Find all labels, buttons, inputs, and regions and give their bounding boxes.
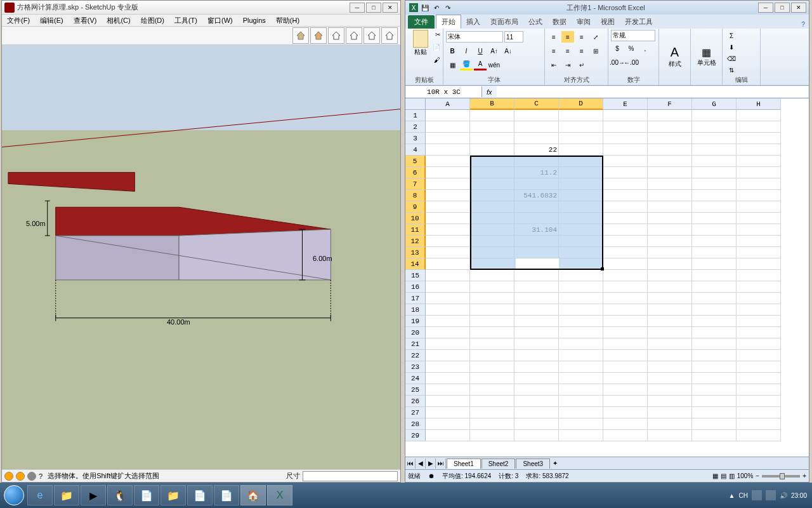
cell-G24[interactable] — [692, 373, 737, 384]
cell-D7[interactable] — [559, 178, 603, 190]
cell-E23[interactable] — [603, 361, 648, 373]
name-box[interactable]: 10R x 3C — [406, 86, 482, 97]
tab-layout[interactable]: 页面布局 — [485, 15, 523, 29]
cell-E3[interactable] — [603, 133, 648, 144]
col-header-D[interactable]: D — [559, 98, 603, 110]
cell-G1[interactable] — [692, 110, 737, 121]
cell-D9[interactable] — [559, 201, 603, 213]
view-layout-icon[interactable]: ▤ — [721, 472, 726, 479]
cell-B19[interactable] — [470, 316, 514, 327]
row-header-26[interactable]: 26 — [405, 396, 426, 407]
indent-inc[interactable]: ⇥ — [561, 59, 574, 70]
increase-dec[interactable]: .00→ — [611, 57, 624, 68]
sheet-tab-1[interactable]: Sheet1 — [447, 458, 481, 469]
cell-C19[interactable] — [514, 316, 559, 327]
cell-D18[interactable] — [559, 304, 603, 316]
cell-E10[interactable] — [603, 213, 648, 224]
cell-A14[interactable] — [426, 258, 470, 270]
cell-A25[interactable] — [426, 384, 470, 396]
cell-G7[interactable] — [692, 178, 737, 190]
cell-E5[interactable] — [603, 156, 648, 167]
undo-icon[interactable]: ↶ — [432, 3, 441, 12]
house-tool-4[interactable] — [346, 27, 362, 44]
cell-E8[interactable] — [603, 190, 648, 201]
merge[interactable]: ⊞ — [589, 45, 602, 57]
cell-D1[interactable] — [559, 110, 603, 121]
cell-A19[interactable] — [426, 316, 470, 327]
decrease-font-button[interactable]: A↓ — [502, 45, 514, 57]
cell-D20[interactable] — [559, 327, 603, 338]
cell-E26[interactable] — [603, 396, 648, 407]
cell-H11[interactable] — [737, 224, 781, 236]
cell-G20[interactable] — [692, 327, 737, 338]
cell-D22[interactable] — [559, 350, 603, 361]
cell-F26[interactable] — [648, 396, 692, 407]
cell-C9[interactable] — [514, 201, 559, 213]
cell-B2[interactable] — [470, 121, 514, 133]
cell-F27[interactable] — [648, 407, 692, 418]
row-header-1[interactable]: 1 — [405, 110, 426, 121]
cell-A29[interactable] — [426, 430, 470, 441]
copy-icon[interactable]: 📄 — [433, 44, 440, 51]
col-header-G[interactable]: G — [692, 98, 737, 110]
fx-icon[interactable]: fx — [483, 86, 496, 98]
save-icon[interactable]: 💾 — [421, 3, 429, 12]
styles-icon[interactable]: A — [671, 45, 679, 60]
cell-E2[interactable] — [603, 121, 648, 133]
row-header-13[interactable]: 13 — [405, 247, 426, 258]
row-header-2[interactable]: 2 — [405, 121, 426, 133]
cell-B13[interactable] — [470, 247, 514, 258]
cell-G16[interactable] — [692, 281, 737, 293]
underline-button[interactable]: U — [474, 45, 487, 57]
cell-G3[interactable] — [692, 133, 737, 144]
cell-H2[interactable] — [737, 121, 781, 133]
cell-H14[interactable] — [737, 258, 781, 270]
cell-A12[interactable] — [426, 236, 470, 247]
cell-A5[interactable] — [426, 156, 470, 167]
tray-icon-1[interactable] — [752, 490, 762, 500]
sheet-tab-2[interactable]: Sheet2 — [481, 458, 516, 469]
autosum[interactable]: Σ — [725, 30, 738, 41]
cell-B29[interactable] — [470, 430, 514, 441]
menu-plugins[interactable]: Plugins — [240, 17, 268, 24]
cell-B11[interactable] — [470, 224, 514, 236]
cell-C25[interactable] — [514, 384, 559, 396]
cell-E18[interactable] — [603, 304, 648, 316]
tab-formula[interactable]: 公式 — [523, 15, 547, 29]
cell-E11[interactable] — [603, 224, 648, 236]
bold-button[interactable]: B — [446, 45, 459, 57]
size-input[interactable] — [303, 471, 398, 481]
cell-F13[interactable] — [648, 247, 692, 258]
cell-F23[interactable] — [648, 361, 692, 373]
sheet-tab-3[interactable]: Sheet3 — [516, 458, 550, 469]
cell-A23[interactable] — [426, 361, 470, 373]
cell-F19[interactable] — [648, 316, 692, 327]
help-icon[interactable]: ? — [799, 20, 808, 29]
view-normal-icon[interactable]: ▦ — [712, 472, 718, 479]
cell-G5[interactable] — [692, 156, 737, 167]
cell-E20[interactable] — [603, 327, 648, 338]
cell-D2[interactable] — [559, 121, 603, 133]
task-ie[interactable]: e — [27, 485, 53, 505]
task-explorer[interactable]: 📁 — [54, 485, 79, 505]
cell-D6[interactable] — [559, 167, 603, 178]
cell-G13[interactable] — [692, 247, 737, 258]
task-qq[interactable]: 🐧 — [107, 485, 133, 505]
sheet-nav-first[interactable]: ⏮ — [405, 458, 416, 469]
cell-G10[interactable] — [692, 213, 737, 224]
cells-icon[interactable]: ▦ — [702, 46, 711, 58]
row-header-16[interactable]: 16 — [405, 281, 426, 293]
cell-E29[interactable] — [603, 430, 648, 441]
row-header-9[interactable]: 9 — [405, 201, 426, 213]
tab-home[interactable]: 开始 — [436, 15, 461, 29]
row-header-28[interactable]: 28 — [405, 418, 426, 430]
row-header-8[interactable]: 8 — [405, 190, 426, 201]
help-icon[interactable]: ? — [39, 472, 43, 480]
cell-A27[interactable] — [426, 407, 470, 418]
cell-G8[interactable] — [692, 190, 737, 201]
cell-B26[interactable] — [470, 396, 514, 407]
cell-C14[interactable] — [514, 258, 559, 270]
cell-B20[interactable] — [470, 327, 514, 338]
cell-D4[interactable] — [559, 144, 603, 156]
volume-icon[interactable]: 🔊 — [780, 492, 787, 499]
